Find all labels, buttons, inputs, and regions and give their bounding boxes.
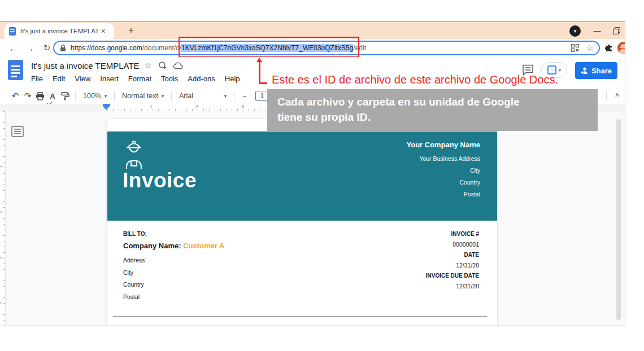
company-city: City xyxy=(406,167,480,174)
customer-company-label: Company Name: xyxy=(123,242,181,250)
puzzle-icon xyxy=(604,42,613,51)
red-arrow-elbow xyxy=(259,82,267,84)
invoice-meta-block: INVOICE # 00000001 DATE 12/31/20 INVOICE… xyxy=(426,231,479,293)
invoice-date-value: 12/31/20 xyxy=(426,262,479,269)
browser-profile-button[interactable]: ▾ xyxy=(569,25,581,37)
ruler-number: 3 xyxy=(0,256,3,258)
url-path-suffix: /edit xyxy=(353,44,366,52)
minimize-button[interactable]: — xyxy=(591,24,603,37)
bill-to-label: BILL TO: xyxy=(123,231,224,237)
ruler-number: 1 xyxy=(0,165,3,167)
ruler-number: 4 xyxy=(0,302,3,304)
present-arrow-icon: ↑ xyxy=(550,67,553,73)
spellcheck-icon: A xyxy=(50,92,55,100)
url-text: https://docs.google.com/document/d/1KVLz… xyxy=(71,44,366,52)
ruler-number: 1 xyxy=(149,104,154,109)
share-button[interactable]: Share xyxy=(575,62,617,79)
bill-to-block: BILL TO: Company Name: Customer A Addres… xyxy=(123,231,224,305)
profile-avatar[interactable] xyxy=(617,42,625,54)
paint-roller-icon xyxy=(61,92,69,100)
vertical-ruler[interactable]: 1 2 3 4 xyxy=(0,111,6,326)
redo-button[interactable]: ↷ xyxy=(21,90,34,102)
url-host: https://docs.google.com xyxy=(71,44,142,52)
paragraph-style-select[interactable]: Normal text▾ xyxy=(119,92,167,100)
company-country: Country xyxy=(406,179,480,186)
menu-addons[interactable]: Add-ons xyxy=(188,74,215,83)
worker-icon xyxy=(122,139,146,170)
lock-icon xyxy=(60,44,66,52)
bill-address: Address xyxy=(123,257,224,264)
gray-note-line1: Cada archivo y carpeta en su unidad de G… xyxy=(277,94,588,109)
browser-tab[interactable]: It's just a invoice TEMPLATE - Go ✕ xyxy=(5,23,114,39)
menu-help[interactable]: Help xyxy=(225,74,240,83)
caret-icon: ▾ xyxy=(105,94,107,99)
tab-title: It's just a invoice TEMPLATE - Go xyxy=(20,28,98,34)
chevron-down-icon: ▾ xyxy=(574,28,577,34)
menu-view[interactable]: View xyxy=(75,74,90,83)
share-person-icon xyxy=(581,67,588,74)
company-address: Your Business Address xyxy=(406,155,480,162)
table-divider xyxy=(113,316,487,317)
url-path-prefix: /document/d/ xyxy=(142,44,181,52)
customer-name: Customer A xyxy=(183,242,224,250)
drive-shortcut-icon[interactable] xyxy=(159,62,167,69)
ruler-number: 2 xyxy=(0,210,3,213)
close-tab-icon[interactable]: ✕ xyxy=(101,28,106,35)
menu-edit[interactable]: Edit xyxy=(53,74,65,83)
hide-menus-button[interactable]: ^ xyxy=(615,92,619,100)
scrollbar[interactable] xyxy=(616,119,621,320)
menu-insert[interactable]: Insert xyxy=(100,74,119,83)
document-title[interactable]: It's just a invoice TEMPLATE xyxy=(31,61,140,71)
menu-tools[interactable]: Tools xyxy=(161,74,178,83)
qr-code-icon[interactable] xyxy=(571,44,579,52)
invoice-due-date-value: 12/31/20 xyxy=(426,283,479,289)
caret-icon: ▾ xyxy=(224,94,227,99)
browser-window: It's just a invoice TEMPLATE - Go ✕ + ▾ … xyxy=(0,21,625,326)
decrease-font-size-button[interactable]: − xyxy=(238,90,251,102)
ruler-number: 3 xyxy=(240,104,245,109)
undo-button[interactable]: ↶ xyxy=(9,90,21,102)
company-postal: Postal xyxy=(406,191,480,198)
bill-city: City xyxy=(123,269,224,276)
menu-bar: File Edit View Insert Format Tools Add-o… xyxy=(31,74,240,83)
paint-format-button[interactable] xyxy=(59,90,71,102)
tab-bar: It's just a invoice TEMPLATE - Go ✕ + ▾ … xyxy=(0,22,625,39)
gray-note-line2: tiene su propia ID. xyxy=(277,109,588,125)
ruler-number: 2 xyxy=(194,104,199,109)
star-document-icon[interactable]: ☆ xyxy=(145,61,152,70)
invoice-date-label: DATE xyxy=(426,252,479,258)
reload-button[interactable]: ↻ xyxy=(41,42,53,54)
screenshot-root: It's just a invoice TEMPLATE - Go ✕ + ▾ … xyxy=(0,0,644,351)
invoice-due-date-label: INVOICE DUE DATE xyxy=(426,273,479,279)
bill-postal: Postal xyxy=(123,293,224,300)
menu-file[interactable]: File xyxy=(31,74,43,83)
back-button[interactable]: ← xyxy=(7,42,19,54)
bill-country: Country xyxy=(123,281,224,288)
extensions-button[interactable] xyxy=(604,42,613,51)
bookmark-star-icon[interactable]: ☆ xyxy=(586,43,593,52)
docs-favicon-icon xyxy=(9,27,16,36)
red-annotation-text: Este es el ID de archivo de este archivo… xyxy=(272,73,558,86)
present-caret-icon: ▾ xyxy=(559,68,561,73)
company-name: Your Company Name xyxy=(406,141,480,149)
docs-logo-icon[interactable] xyxy=(8,60,23,80)
restore-button[interactable] xyxy=(610,24,623,37)
invoice-number-value: 00000001 xyxy=(426,241,479,248)
red-arrow-stem xyxy=(259,62,260,84)
document-page[interactable]: Invoice Your Company Name Your Business … xyxy=(107,119,497,326)
forward-button[interactable]: → xyxy=(24,42,36,54)
print-icon xyxy=(36,92,45,100)
new-tab-button[interactable]: + xyxy=(124,24,138,37)
font-select[interactable]: Arial▾ xyxy=(176,92,230,100)
document-canvas: 1 2 3 4 xyxy=(0,111,625,326)
company-block: Your Company Name Your Business Address … xyxy=(406,141,480,203)
caret-icon: ▾ xyxy=(162,94,164,99)
zoom-select[interactable]: 100%▾ xyxy=(80,92,110,100)
indent-marker[interactable] xyxy=(103,104,110,111)
print-button[interactable] xyxy=(34,90,46,102)
document-outline-button[interactable] xyxy=(11,126,24,137)
menu-format[interactable]: Format xyxy=(128,74,151,83)
cloud-status-icon[interactable] xyxy=(173,62,183,69)
address-bar[interactable]: https://docs.google.com/document/d/1KVLz… xyxy=(53,41,600,55)
spellcheck-button[interactable]: A xyxy=(46,90,59,102)
